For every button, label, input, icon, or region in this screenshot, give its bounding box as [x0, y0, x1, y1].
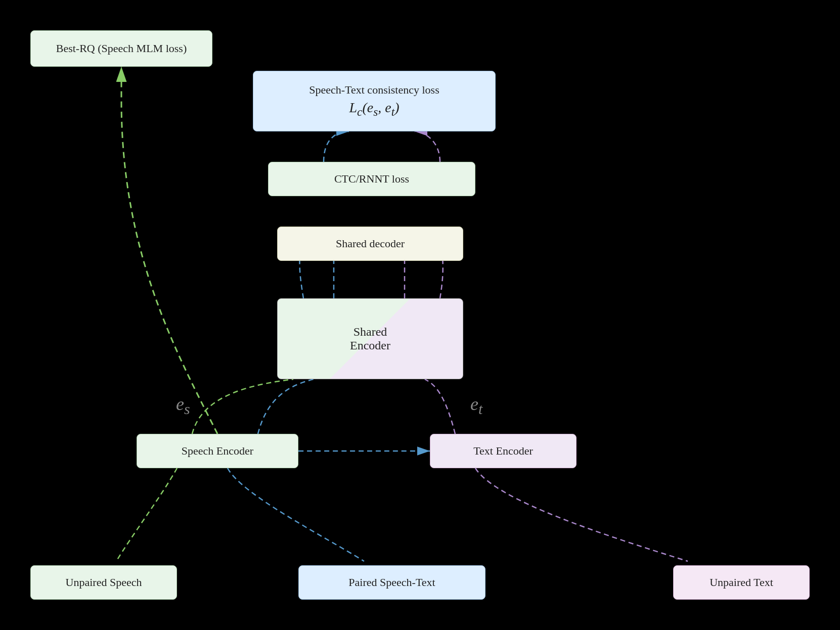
unpaired-text-box: Unpaired Text: [673, 565, 810, 600]
consistency-loss-box: Speech-Text consistency loss Lc(es, et): [253, 71, 496, 131]
speech-encoder-box: Speech Encoder: [137, 434, 298, 468]
label-es: es: [176, 393, 190, 418]
bestrq-box: Best-RQ (Speech MLM loss): [30, 30, 212, 67]
paired-label: Paired Speech-Text: [348, 576, 435, 589]
label-et: et: [470, 393, 482, 418]
unpaired-speech-box: Unpaired Speech: [30, 565, 177, 600]
text-encoder-box: Text Encoder: [430, 434, 577, 468]
ctc-rnnt-box: CTC/RNNT loss: [268, 162, 475, 196]
speech-encoder-label: Speech Encoder: [182, 444, 253, 458]
bestrq-label: Best-RQ (Speech MLM loss): [56, 42, 187, 55]
shared-encoder-box: SharedEncoder: [277, 298, 463, 379]
unpaired-speech-label: Unpaired Speech: [66, 576, 142, 589]
shared-decoder-box: Shared decoder: [277, 227, 463, 261]
text-encoder-label: Text Encoder: [473, 444, 533, 458]
unpaired-text-label: Unpaired Text: [710, 576, 773, 589]
consistency-line1: Speech-Text consistency loss: [309, 83, 439, 97]
consistency-math: Lc(es, et): [349, 100, 399, 119]
shared-decoder-label: Shared decoder: [336, 237, 405, 250]
shared-encoder-label: SharedEncoder: [350, 325, 390, 352]
ctc-label: CTC/RNNT loss: [334, 172, 409, 186]
paired-speech-text-box: Paired Speech-Text: [298, 565, 485, 600]
